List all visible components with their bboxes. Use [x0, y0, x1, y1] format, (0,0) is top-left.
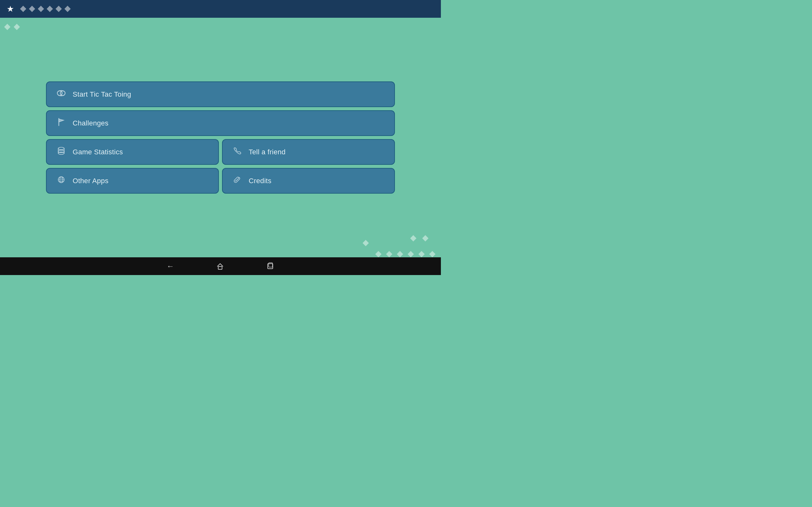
- svg-point-2: [58, 147, 64, 150]
- game-icon: [55, 88, 67, 101]
- menu-row-start: Start Tic Tac Toing: [46, 81, 395, 107]
- game-statistics-label: Game Statistics: [72, 148, 123, 156]
- diamond-decor: [29, 6, 35, 12]
- svg-point-1: [60, 91, 65, 95]
- top-diamonds: [21, 7, 70, 11]
- phone-icon: [232, 146, 243, 158]
- recents-icon: [266, 262, 274, 270]
- diamond-decor: [55, 6, 62, 12]
- flag-icon: [55, 117, 67, 130]
- svg-rect-8: [218, 267, 222, 269]
- credits-label: Credits: [249, 177, 271, 185]
- menu-row-stats-friend: Game Statistics Tell a friend: [46, 139, 395, 165]
- home-button[interactable]: [211, 260, 229, 273]
- back-button[interactable]: ←: [161, 259, 179, 273]
- bottom-bar: ←: [0, 257, 441, 275]
- diamond-decor: [64, 6, 71, 12]
- home-icon: [216, 262, 224, 270]
- star-button[interactable]: ★: [3, 2, 17, 16]
- top-bar: ★: [0, 0, 441, 18]
- diamond-decor: [47, 6, 53, 12]
- start-button[interactable]: Start Tic Tac Toing: [46, 81, 395, 107]
- tell-a-friend-button[interactable]: Tell a friend: [222, 139, 395, 165]
- menu-row-apps-credits: Other Apps Credits: [46, 168, 395, 193]
- star-icon: ★: [7, 4, 14, 14]
- back-icon: ←: [166, 262, 174, 271]
- game-statistics-button[interactable]: Game Statistics: [46, 139, 219, 165]
- challenges-button[interactable]: Challenges: [46, 110, 395, 136]
- challenges-label: Challenges: [72, 119, 108, 127]
- stats-icon: [55, 146, 67, 158]
- paperclip-icon: [232, 174, 243, 187]
- start-label: Start Tic Tac Toing: [72, 90, 131, 99]
- tell-a-friend-label: Tell a friend: [249, 148, 286, 156]
- credits-button[interactable]: Credits: [222, 168, 395, 193]
- recents-button[interactable]: [261, 260, 280, 273]
- other-apps-label: Other Apps: [72, 177, 108, 185]
- other-apps-button[interactable]: Other Apps: [46, 168, 219, 193]
- diamond-decor: [38, 6, 44, 12]
- menu-container: Start Tic Tac Toing Challenges: [0, 18, 441, 257]
- menu-buttons: Start Tic Tac Toing Challenges: [46, 81, 395, 193]
- menu-row-challenges: Challenges: [46, 110, 395, 136]
- globe-icon: [55, 174, 67, 187]
- diamond-decor: [20, 6, 26, 12]
